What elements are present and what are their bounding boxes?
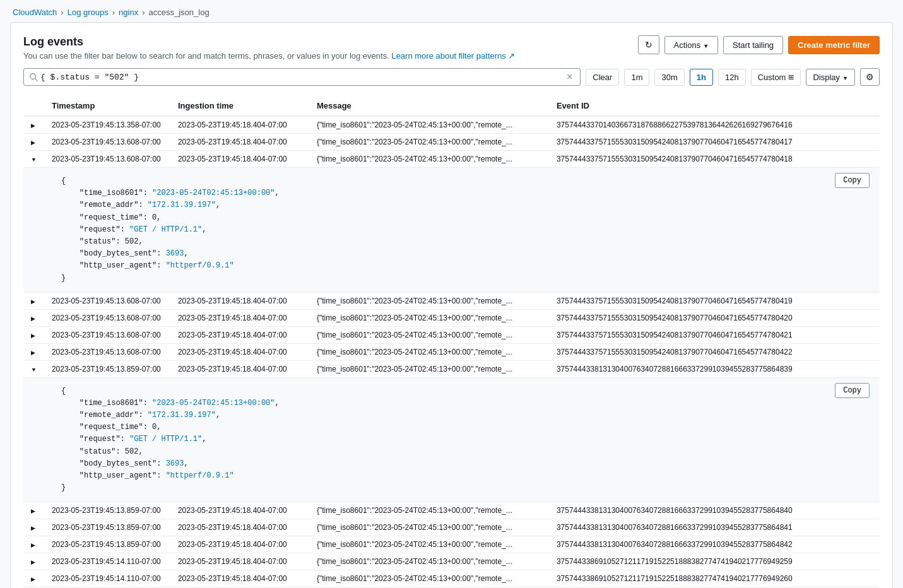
time-30m-button[interactable]: 30m: [654, 69, 684, 86]
timestamp-cell: 2023-05-23T19:45:13.859-07:00: [44, 360, 170, 377]
table-row: 2023-05-23T19:45:13.358-07:002023-05-23T…: [23, 116, 880, 134]
json-value: "httperf/0.9.1": [166, 261, 234, 270]
expanded-content-cell: Copy { "time_iso8601": "2023-05-24T02:45…: [23, 168, 880, 293]
ingestion-time-cell: 2023-05-23T19:45:18.404-07:00: [170, 360, 309, 377]
expand-arrow[interactable]: [23, 134, 44, 151]
breadcrumb-current: access_json_log: [149, 8, 210, 17]
refresh-button[interactable]: ↻: [638, 35, 659, 54]
event-id-cell: 3757444338131304007634072881666337299103…: [549, 502, 880, 519]
table-body: 2023-05-23T19:45:13.358-07:002023-05-23T…: [23, 116, 880, 587]
expand-arrow[interactable]: [23, 292, 44, 309]
timestamp-cell: 2023-05-23T19:45:14.110-07:00: [44, 553, 170, 570]
display-button[interactable]: Display: [806, 69, 855, 86]
timestamp-col-header[interactable]: Timestamp: [44, 96, 170, 116]
ingestion-time-cell: 2023-05-23T19:45:18.404-07:00: [170, 326, 309, 343]
ingestion-time-cell: 2023-05-23T19:45:18.404-07:00: [170, 134, 309, 151]
table-row: 2023-05-23T19:45:13.859-07:002023-05-23T…: [23, 536, 880, 553]
event-id-cell: 3757444337571555303150954240813790770460…: [549, 134, 880, 151]
json-key: "http_user_agent": [80, 261, 156, 270]
page-title: Log events: [23, 35, 515, 49]
message-cell: {"time_iso8601":"2023-05-24T02:45:13+00:…: [309, 134, 549, 151]
timestamp-cell: 2023-05-23T19:45:13.608-07:00: [44, 309, 170, 326]
header-description: You can use the filter bar below to sear…: [23, 51, 515, 61]
json-key: "http_user_agent": [80, 471, 156, 480]
expand-arrow[interactable]: [23, 116, 44, 134]
timestamp-cell: 2023-05-23T19:45:13.859-07:00: [44, 536, 170, 553]
learn-more-link[interactable]: Learn more about filter patterns ↗: [391, 51, 515, 61]
expanded-content-cell: Copy { "time_iso8601": "2023-05-24T02:45…: [23, 377, 880, 502]
message-cell: {"time_iso8601":"2023-05-24T02:45:13+00:…: [309, 326, 549, 343]
json-value: "GET / HTTP/1.1": [129, 435, 202, 444]
settings-button[interactable]: ⚙: [860, 68, 880, 86]
table-row: 2023-05-23T19:45:13.608-07:002023-05-23T…: [23, 343, 880, 360]
filter-input[interactable]: [40, 73, 564, 82]
search-box: ×: [23, 68, 581, 86]
json-value: "172.31.39.197": [148, 411, 216, 420]
json-key: "request_time": [80, 423, 143, 432]
table-row: 2023-05-23T19:45:13.608-07:002023-05-23T…: [23, 134, 880, 151]
log-table: Timestamp Ingestion time Message Event I…: [23, 96, 880, 587]
actions-dropdown-arrow: [703, 40, 709, 50]
expand-arrow[interactable]: [23, 326, 44, 343]
table-row: 2023-05-23T19:45:13.859-07:002023-05-23T…: [23, 519, 880, 536]
search-icon: [29, 73, 38, 81]
json-value: "2023-05-24T02:45:13+00:00": [152, 189, 274, 197]
json-value: 3693: [166, 249, 184, 258]
start-tailing-button[interactable]: Start tailing: [723, 36, 783, 54]
event-id-cell: 3757444338131304007634072881666337299103…: [549, 536, 880, 553]
expand-arrow[interactable]: [23, 343, 44, 360]
message-col-header[interactable]: Message: [309, 96, 549, 116]
custom-grid-icon: ⊞: [788, 73, 794, 81]
json-value: 3693: [166, 459, 184, 468]
event-id-cell: 3757444337571555303150954240813790770460…: [549, 343, 880, 360]
json-value: 0: [152, 213, 156, 222]
message-cell: {"time_iso8601":"2023-05-24T02:45:13+00:…: [309, 570, 549, 587]
breadcrumb-log-groups[interactable]: Log groups: [68, 8, 109, 17]
event-id-cell: 3757444338131304007634072881666337299103…: [549, 519, 880, 536]
expand-arrow[interactable]: [23, 151, 44, 168]
ingestion-time-cell: 2023-05-23T19:45:18.404-07:00: [170, 502, 309, 519]
eventid-col-header[interactable]: Event ID: [549, 96, 880, 116]
expand-arrow[interactable]: [23, 360, 44, 377]
header-right: ↻ Actions Start tailing Create metric fi…: [638, 35, 880, 54]
ingestion-time-cell: 2023-05-23T19:45:18.404-07:00: [170, 151, 309, 168]
ingestion-time-cell: 2023-05-23T19:45:18.404-07:00: [170, 570, 309, 587]
breadcrumb-nginx[interactable]: nginx: [119, 8, 138, 17]
json-value: "GET / HTTP/1.1": [129, 225, 202, 234]
copy-button[interactable]: Copy: [835, 383, 870, 398]
expand-arrow[interactable]: [23, 536, 44, 553]
ingestion-col-header[interactable]: Ingestion time: [170, 96, 309, 116]
time-1m-button[interactable]: 1m: [624, 69, 649, 86]
json-key: "time_iso8601": [80, 399, 143, 408]
json-key: "status": [80, 447, 116, 456]
clear-search-button[interactable]: ×: [564, 71, 575, 83]
actions-button[interactable]: Actions: [664, 36, 719, 54]
custom-time-button[interactable]: Custom ⊞: [751, 69, 801, 86]
time-1h-button[interactable]: 1h: [690, 69, 713, 86]
expand-arrow[interactable]: [23, 570, 44, 587]
timestamp-cell: 2023-05-23T19:45:13.608-07:00: [44, 326, 170, 343]
expand-arrow[interactable]: [23, 519, 44, 536]
expanded-row: Copy { "time_iso8601": "2023-05-24T02:45…: [23, 168, 880, 293]
expand-arrow[interactable]: [23, 309, 44, 326]
message-cell: {"time_iso8601":"2023-05-24T02:45:13+00:…: [309, 343, 549, 360]
table-row: 2023-05-23T19:45:13.608-07:002023-05-23T…: [23, 151, 880, 168]
table-row: 2023-05-23T19:45:13.608-07:002023-05-23T…: [23, 309, 880, 326]
time-12h-button[interactable]: 12h: [718, 69, 746, 86]
table-row: 2023-05-23T19:45:14.110-07:002023-05-23T…: [23, 553, 880, 570]
event-id-cell: 3757444337571555303150954240813790770460…: [549, 292, 880, 309]
json-value: 502: [125, 237, 139, 246]
time-clear-button[interactable]: Clear: [586, 69, 619, 86]
ingestion-time-cell: 2023-05-23T19:45:18.404-07:00: [170, 116, 309, 134]
copy-button[interactable]: Copy: [835, 173, 870, 188]
json-key: "request": [80, 435, 121, 444]
message-cell: {"time_iso8601":"2023-05-24T02:45:13+00:…: [309, 553, 549, 570]
expand-arrow[interactable]: [23, 502, 44, 519]
timestamp-cell: 2023-05-23T19:45:13.608-07:00: [44, 151, 170, 168]
expand-arrow[interactable]: [23, 553, 44, 570]
breadcrumb-cloudwatch[interactable]: CloudWatch: [13, 8, 57, 17]
message-cell: {"time_iso8601":"2023-05-24T02:45:13+00:…: [309, 151, 549, 168]
expanded-row: Copy { "time_iso8601": "2023-05-24T02:45…: [23, 377, 880, 502]
table-row: 2023-05-23T19:45:14.110-07:002023-05-23T…: [23, 570, 880, 587]
create-metric-filter-button[interactable]: Create metric filter: [788, 36, 880, 54]
